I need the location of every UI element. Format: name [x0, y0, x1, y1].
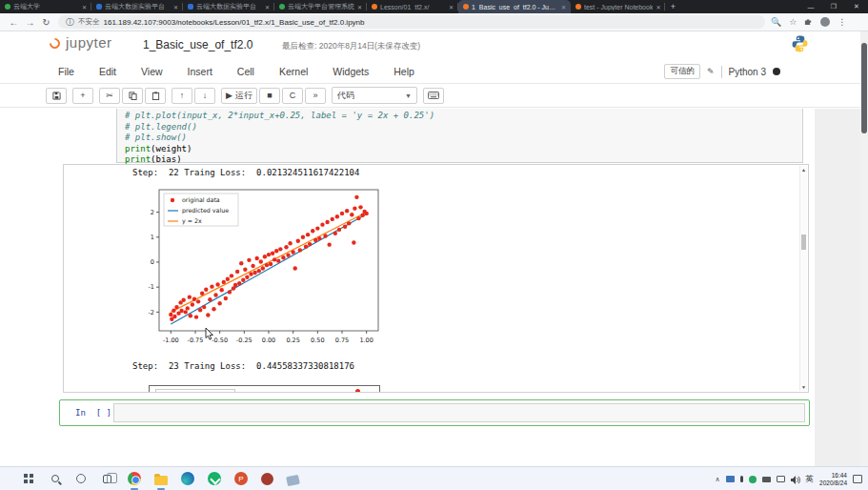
- task-view-icon[interactable]: [99, 471, 114, 486]
- info-icon[interactable]: ⓘ: [66, 16, 74, 29]
- copy-cell-button[interactable]: [122, 88, 143, 104]
- menu-help[interactable]: Help: [381, 66, 427, 77]
- microphone-icon[interactable]: [740, 476, 743, 482]
- jupyter-page: jupyter 1_Basic_use_of_tf2.0 最后检查: 2020年…: [0, 31, 868, 466]
- address-bar[interactable]: ⓘ 不安全 161.189.42.107:9003/notebooks/Less…: [58, 15, 765, 29]
- menu-edit[interactable]: Edit: [87, 66, 129, 77]
- command-palette-button[interactable]: [423, 88, 444, 104]
- profile-avatar[interactable]: [820, 17, 830, 27]
- tray-green-icon[interactable]: [749, 476, 757, 483]
- trusted-button[interactable]: 可信的: [664, 64, 700, 79]
- new-tab-button[interactable]: +: [665, 0, 680, 13]
- menu-view[interactable]: View: [129, 66, 175, 77]
- scatter-point: [226, 277, 230, 281]
- empty-cell-editor[interactable]: [113, 403, 805, 422]
- menu-cell[interactable]: Cell: [225, 66, 267, 77]
- empty-code-cell[interactable]: In [ ]:: [59, 399, 810, 426]
- scroll-down-icon[interactable]: ▼: [800, 384, 807, 390]
- page-scrollbar[interactable]: [860, 31, 868, 466]
- scatter-point: [331, 217, 334, 221]
- zoom-icon[interactable]: 🔍: [771, 17, 781, 27]
- move-cell-up-button[interactable]: ↑: [172, 88, 192, 104]
- run-button[interactable]: ▶ 运行: [221, 88, 257, 104]
- input-method-indicator[interactable]: 英: [806, 474, 815, 485]
- output-scrollbar[interactable]: ▲ ▼: [799, 166, 807, 391]
- tray-app-icon[interactable]: [726, 476, 735, 482]
- menu-insert[interactable]: Insert: [175, 66, 225, 77]
- menu-kernel[interactable]: Kernel: [267, 66, 320, 77]
- edit-title-pencil-icon[interactable]: ✎: [707, 67, 715, 76]
- tab-close-icon[interactable]: ✕: [173, 4, 178, 10]
- powerpoint-icon[interactable]: P: [233, 471, 249, 486]
- close-icon[interactable]: ✕: [845, 0, 868, 13]
- browser-tab-1[interactable]: 云端大数据实验平台✕: [91, 0, 183, 13]
- save-button[interactable]: [46, 88, 67, 104]
- bookmark-star-icon[interactable]: ☆: [789, 17, 797, 27]
- notebook-title[interactable]: 1_Basic_use_of_tf2.0: [143, 38, 252, 51]
- tab-close-icon[interactable]: ✕: [656, 4, 660, 10]
- notification-center-icon[interactable]: [853, 475, 862, 483]
- green-globe-icon: [279, 4, 285, 10]
- scroll-up-icon[interactable]: ▲: [800, 167, 807, 173]
- tab-close-icon[interactable]: ✕: [449, 4, 454, 10]
- clock[interactable]: 16:44 2020/8/24: [819, 472, 847, 487]
- menu-file[interactable]: File: [46, 66, 87, 77]
- menu-dots-icon[interactable]: ⋮: [838, 17, 846, 27]
- security-label: 不安全: [78, 17, 100, 27]
- browser-tab-4[interactable]: Lesson/01_tf2.x/✕: [367, 0, 458, 13]
- output-scrollbar-thumb[interactable]: [801, 235, 806, 250]
- x-tick-label: 0.00: [262, 337, 275, 344]
- code-line: print(weight): [125, 144, 795, 155]
- scatter-point: [286, 253, 290, 256]
- browser-tab-5[interactable]: 1_Basic_use_of_tf2.0 - Jupyter✕: [458, 0, 571, 13]
- menu-widgets[interactable]: Widgets: [320, 66, 381, 77]
- start-button[interactable]: [21, 471, 36, 486]
- tray-expand-icon[interactable]: ∧: [715, 476, 719, 483]
- scatter-point: [274, 249, 278, 253]
- paste-cell-button[interactable]: [145, 88, 166, 104]
- scatter-point: [213, 293, 217, 296]
- window-controls: — ❐ ✕: [799, 0, 868, 13]
- reload-icon[interactable]: ↻: [38, 17, 54, 28]
- browser-tab-2[interactable]: 云端大数据实验平台✕: [183, 0, 274, 13]
- page-scrollbar-thumb[interactable]: [861, 43, 867, 133]
- cut-cell-button[interactable]: ✂: [99, 88, 120, 104]
- browser-tab-0[interactable]: 云端大学✕: [0, 0, 91, 13]
- scatter-point: [355, 389, 360, 393]
- restore-icon[interactable]: ❐: [822, 0, 845, 13]
- maroon-app-icon[interactable]: [259, 471, 274, 486]
- move-cell-down-button[interactable]: ↓: [194, 88, 215, 104]
- output-scroll-box[interactable]: Step: 22 Traing Loss: 0.0213245116174221…: [63, 164, 809, 393]
- search-icon[interactable]: [48, 471, 63, 486]
- tab-close-icon[interactable]: ✕: [265, 4, 270, 10]
- browser-tab-6[interactable]: test - Jupyter Notebook✕: [571, 0, 665, 13]
- interrupt-kernel-button[interactable]: ■: [259, 88, 280, 104]
- jupyter-logo-icon[interactable]: [48, 36, 63, 51]
- volume-icon[interactable]: [791, 471, 800, 488]
- browser-tab-3[interactable]: 云端大学平台管理系统✕: [274, 0, 367, 13]
- file-explorer-icon[interactable]: [153, 471, 169, 486]
- scatter-point: [296, 238, 300, 242]
- restart-run-all-button[interactable]: »: [305, 88, 326, 104]
- tab-close-icon[interactable]: ✕: [561, 4, 566, 10]
- tab-close-icon[interactable]: ✕: [357, 4, 362, 10]
- extensions-icon[interactable]: [804, 17, 813, 28]
- cortana-icon[interactable]: [73, 471, 89, 486]
- cell-type-select[interactable]: 代码▼: [332, 87, 417, 104]
- display-icon[interactable]: [777, 476, 785, 482]
- green-app-icon[interactable]: [207, 471, 222, 486]
- restart-kernel-button[interactable]: C: [282, 88, 303, 104]
- forward-icon[interactable]: →: [22, 17, 38, 28]
- chrome-taskbar-icon[interactable]: [127, 471, 142, 486]
- gray-app-icon[interactable]: [285, 471, 300, 486]
- tab-close-icon[interactable]: ✕: [82, 4, 87, 10]
- code-cell-input[interactable]: # plt.plot(input_x, 2*input_x+0.25, labe…: [116, 109, 803, 163]
- scatter-point: [196, 299, 200, 303]
- scatter-point: [288, 241, 292, 245]
- add-cell-button[interactable]: +: [72, 88, 93, 104]
- minimize-icon[interactable]: —: [799, 0, 822, 13]
- back-icon[interactable]: ←: [6, 17, 22, 28]
- touch-keyboard-icon[interactable]: [762, 477, 771, 482]
- jupyter-logo-text[interactable]: jupyter: [66, 34, 112, 51]
- edge-taskbar-icon[interactable]: [180, 471, 195, 486]
